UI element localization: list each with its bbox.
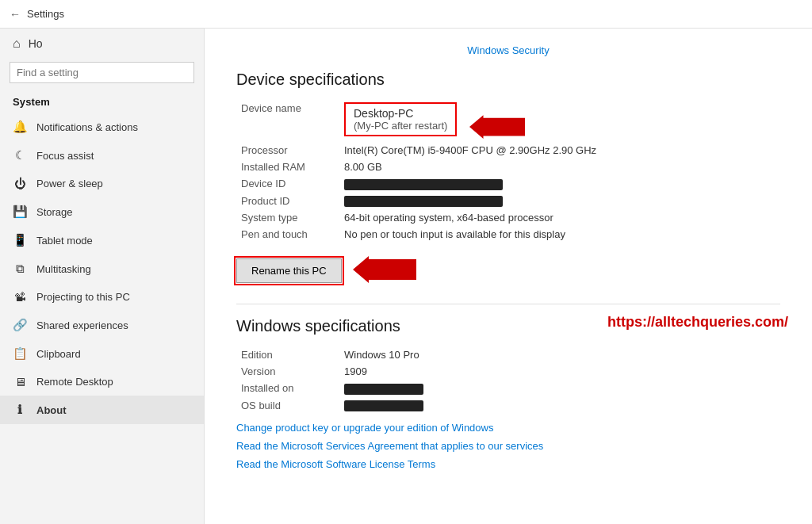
sidebar-item-notifications[interactable]: 🔔 Notifications & actions (0, 113, 204, 141)
device-name-sub: (My-PC after restart) (354, 120, 447, 132)
system-type-row: System type 64-bit operating system, x64… (236, 209, 780, 226)
about-icon: ℹ (13, 403, 27, 417)
sidebar-item-power[interactable]: ⏻ Power & sleep (0, 170, 204, 197)
os-build-label: OS build (236, 397, 339, 415)
device-spec-table: Device name Desktop-PC (My-PC after rest… (236, 100, 780, 243)
sidebar-item-about[interactable]: ℹ About (0, 396, 204, 424)
pen-touch-label: Pen and touch (236, 226, 339, 243)
device-name-row: Device name Desktop-PC (My-PC after rest… (236, 100, 780, 142)
sidebar-item-label: Clipboard (36, 348, 81, 360)
processor-value: Intel(R) Core(TM) i5-9400F CPU @ 2.90GHz… (339, 142, 780, 159)
divider (236, 304, 780, 304)
sidebar-home[interactable]: ⌂ Ho (0, 29, 204, 59)
os-build-redacted (344, 400, 423, 411)
edition-row: Edition Windows 10 Pro (236, 346, 780, 363)
remote-icon: 🖥 (13, 375, 27, 388)
rename-row: Rename this PC (236, 251, 780, 291)
windows-security-link[interactable]: Windows Security (236, 44, 780, 56)
edition-label: Edition (236, 346, 339, 363)
search-input[interactable] (10, 62, 194, 83)
svg-marker-1 (353, 256, 416, 283)
product-id-row: Product ID (236, 193, 780, 210)
notifications-icon: 🔔 (13, 120, 27, 134)
system-type-value: 64-bit operating system, x64-based proce… (339, 209, 780, 226)
version-label: Version (236, 363, 339, 380)
power-icon: ⏻ (13, 177, 27, 190)
product-id-value (339, 193, 780, 210)
device-id-label: Device ID (236, 175, 339, 193)
change-product-key-link[interactable]: Change product key or upgrade your editi… (236, 422, 780, 434)
multitasking-icon: ⧉ (13, 262, 27, 276)
ram-value: 8.00 GB (339, 159, 780, 175)
sidebar-search-container (10, 62, 194, 83)
focus-icon: ☾ (13, 148, 27, 163)
sidebar-item-tablet[interactable]: 📱 Tablet mode (0, 226, 204, 254)
installed-on-value (339, 380, 780, 397)
shared-icon: 🔗 (13, 318, 27, 332)
sidebar-item-label: Tablet mode (36, 235, 93, 247)
projecting-icon: 📽 (13, 290, 27, 304)
device-name-value-cell: Desktop-PC (My-PC after restart) (339, 100, 780, 142)
app-body: ⌂ Ho System 🔔 Notifications & actions ☾ … (0, 29, 812, 524)
sidebar-item-label: Focus assist (36, 150, 94, 162)
sidebar-item-label: Multitasking (36, 263, 91, 275)
rename-arrow (353, 256, 416, 285)
version-value: 1909 (339, 363, 780, 380)
home-icon: ⌂ (13, 36, 21, 51)
product-id-label: Product ID (236, 193, 339, 210)
pen-touch-value: No pen or touch input is available for t… (339, 226, 780, 243)
sidebar-item-label: Projecting to this PC (36, 291, 130, 303)
svg-marker-0 (469, 115, 525, 139)
ram-label: Installed RAM (236, 159, 339, 175)
installed-on-row: Installed on (236, 380, 780, 397)
rename-arrow-svg (353, 256, 416, 283)
sidebar-home-label: Ho (29, 37, 43, 50)
device-id-redacted (344, 179, 503, 190)
sidebar-item-label: Shared experiences (36, 319, 128, 331)
device-name-main: Desktop-PC (354, 107, 447, 120)
installed-on-label: Installed on (236, 380, 339, 397)
processor-label: Processor (236, 142, 339, 159)
app-title: Settings (27, 8, 64, 20)
ram-row: Installed RAM 8.00 GB (236, 159, 780, 175)
sidebar-item-projecting[interactable]: 📽 Projecting to this PC (0, 283, 204, 311)
sidebar-item-label: Power & sleep (36, 178, 103, 189)
processor-row: Processor Intel(R) Core(TM) i5-9400F CPU… (236, 142, 780, 159)
windows-spec-table: Edition Windows 10 Pro Version 1909 Inst… (236, 346, 780, 414)
sidebar-section-label: System (0, 90, 204, 113)
arrow-svg (469, 115, 525, 139)
device-name-arrow (469, 115, 525, 139)
windows-spec-title: Windows specifications (236, 317, 780, 335)
sidebar-item-storage[interactable]: 💾 Storage (0, 197, 204, 226)
product-id-redacted (344, 196, 503, 207)
clipboard-icon: 📋 (13, 346, 27, 361)
edition-value: Windows 10 Pro (339, 346, 780, 363)
sidebar-item-multitasking[interactable]: ⧉ Multitasking (0, 254, 204, 283)
pen-touch-row: Pen and touch No pen or touch input is a… (236, 226, 780, 243)
sidebar-item-remote[interactable]: 🖥 Remote Desktop (0, 368, 204, 396)
back-button[interactable]: ← (10, 8, 21, 21)
device-spec-title: Device specifications (236, 71, 780, 89)
device-id-row: Device ID (236, 175, 780, 193)
version-row: Version 1909 (236, 363, 780, 380)
rename-pc-button[interactable]: Rename this PC (236, 258, 342, 283)
system-type-label: System type (236, 209, 339, 226)
device-name-box: Desktop-PC (My-PC after restart) (344, 102, 457, 136)
services-agreement-link[interactable]: Read the Microsoft Services Agreement th… (236, 440, 780, 452)
tablet-icon: 📱 (13, 233, 27, 247)
storage-icon: 💾 (13, 205, 27, 219)
installed-on-redacted (344, 384, 423, 395)
sidebar-item-label: Notifications & actions (36, 121, 138, 133)
sidebar-item-label: About (36, 404, 67, 416)
device-name-label: Device name (236, 100, 339, 142)
sidebar-item-focus[interactable]: ☾ Focus assist (0, 141, 204, 170)
os-build-value (339, 397, 780, 415)
title-bar: ← Settings (0, 0, 812, 29)
sidebar-item-clipboard[interactable]: 📋 Clipboard (0, 339, 204, 368)
sidebar-item-shared[interactable]: 🔗 Shared experiences (0, 311, 204, 339)
sidebar-item-label: Storage (36, 206, 73, 218)
sidebar: ⌂ Ho System 🔔 Notifications & actions ☾ … (0, 29, 205, 524)
software-license-link[interactable]: Read the Microsoft Software License Term… (236, 458, 780, 470)
os-build-row: OS build (236, 397, 780, 415)
sidebar-item-label: Remote Desktop (36, 376, 113, 388)
